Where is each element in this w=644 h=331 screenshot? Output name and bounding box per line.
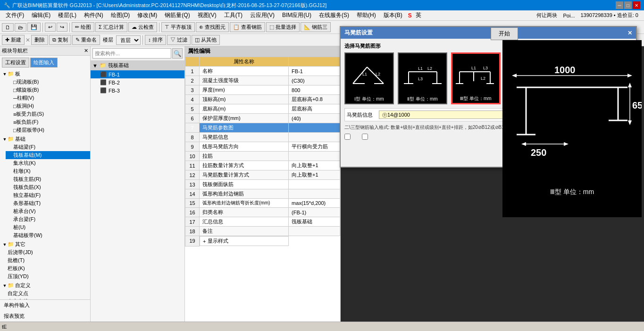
sidebar-item-fabanfj[interactable]: 筏板负筋(X) [6, 183, 90, 191]
sidebar-item-lanban[interactable]: 栏板(K) [6, 264, 90, 272]
shape-type2[interactable]: L1 L2 L3 Ⅱ型 单位：mm [398, 52, 447, 104]
cloud-check-btn[interactable]: ☁ 云检查 [128, 22, 157, 32]
report-preview[interactable]: 报表预览 [0, 311, 90, 322]
menu-edit[interactable]: 编辑(E) [28, 10, 54, 20]
align-top-btn[interactable]: ⊤ 平齐板顶 [161, 22, 195, 32]
menu-view[interactable]: 视图(V) [194, 10, 220, 20]
row-value[interactable]: FB-1 [289, 67, 340, 76]
sidebar-item-banslj[interactable]: ≡ 板受力筋(S) [6, 110, 90, 118]
sidebar-item-dljj[interactable]: 独立基础(F) [6, 191, 90, 199]
undo-btn[interactable]: ↩ [45, 23, 56, 32]
row-value[interactable]: (FB-1) [289, 208, 340, 217]
construction-item-fb1[interactable]: ⬛ FB-1 [91, 70, 184, 78]
delete-component-btn[interactable]: 删除 [31, 35, 48, 45]
menu-bim[interactable]: BIM应用(U) [278, 10, 315, 20]
batch-select-btn[interactable]: ⬚ 批量选择 [266, 22, 300, 32]
row-value[interactable]: 平行横向受力筋 [289, 142, 340, 152]
sidebar-item-ctl[interactable]: 承台梁(F) [6, 215, 90, 223]
sidebar-item-bandong[interactable]: □ 板洞(H) [6, 102, 90, 110]
from-other-btn[interactable]: ◫ 从其他 [192, 35, 220, 45]
sidebar-item-txjj[interactable]: 条形基础(T) [6, 199, 90, 207]
sidebar-item-jsk[interactable]: 集水坑(K) [6, 159, 90, 167]
row-value[interactable]: 800 [289, 85, 340, 95]
checkbox-2[interactable] [362, 134, 368, 140]
row-value[interactable]: 向上取整+1 [289, 170, 340, 180]
sidebar-item-pile[interactable]: 桩(U) [6, 223, 90, 231]
menu-online[interactable]: 在线服务(S) [315, 10, 353, 20]
menu-draw[interactable]: 绘图(D) [107, 10, 134, 20]
find-btn[interactable]: ⊕ 查找图元 [196, 22, 229, 32]
nav-draw-input[interactable]: 绘图输入 [30, 58, 58, 68]
row-value[interactable] [289, 189, 340, 199]
menu-floor[interactable]: 楼层(L) [54, 10, 80, 20]
steel3-btn[interactable]: 📐 钢筋三 [301, 22, 331, 32]
row-value[interactable] [289, 180, 340, 189]
row-value[interactable] [289, 123, 340, 133]
menu-eng[interactable]: 英 [412, 10, 425, 20]
menu-cloud[interactable]: 云应用(V) [246, 10, 278, 20]
row-value[interactable]: 筏板基础 [289, 217, 340, 227]
sidebar-close-icon[interactable]: ✕ [84, 48, 88, 54]
rename-component-btn[interactable]: ✎ 重命名 [72, 35, 100, 45]
menu-component[interactable]: 构件(N) [80, 10, 107, 20]
sidebar-item-lcbd[interactable]: □ 楼层板带(H) [6, 126, 90, 134]
sort-btn[interactable]: ↕ 排序 [145, 35, 166, 45]
minimize-button[interactable]: ─ [616, 1, 623, 9]
calc-btn[interactable]: Σ 汇总计算 [95, 22, 127, 32]
row-value[interactable] [289, 133, 340, 142]
checkbox-1[interactable] [344, 134, 351, 140]
copy-component-btn[interactable]: ⧉ 复制 [49, 35, 71, 45]
save-btn[interactable]: 💾 [27, 23, 41, 32]
search-button[interactable]: 🔍 [172, 48, 183, 59]
nav-project-settings[interactable]: 工程设置 [2, 58, 29, 68]
sidebar-item-zhuma[interactable]: ─ 柱帽(V) [6, 94, 90, 102]
shape-type1[interactable]: L1 L2 √ Ⅰ型 单位：mm [344, 52, 394, 104]
sidebar-item-luoxuanban[interactable]: □ 螺旋板(B) [6, 86, 90, 94]
filter-btn[interactable]: ▽ 过滤 [167, 35, 191, 45]
floor-select[interactable]: 首层 [116, 35, 141, 45]
construction-item-fb3[interactable]: ⬛ FB-3 [91, 86, 184, 94]
sidebar-item-jcbd[interactable]: 基础板带(W) [6, 231, 90, 239]
row-value[interactable]: (40) [289, 114, 340, 123]
menu-steel[interactable]: 钢筋量(Q) [161, 10, 193, 20]
sidebar-item-zhudun[interactable]: 柱墩(X) [6, 167, 90, 175]
tree-foundation-label[interactable]: ▼ 📁 基础 [0, 135, 90, 143]
menu-modify[interactable]: 修改(M) [134, 10, 161, 20]
row-value[interactable]: max(15*d,200) [289, 199, 340, 208]
tree-other-label[interactable]: ▼ 📁 其它 [0, 240, 90, 248]
prop-row-7[interactable]: 7马凳筋参数图 [185, 123, 340, 133]
row-value[interactable] [289, 152, 340, 161]
view-steel-btn[interactable]: 📋 查看钢筋 [230, 22, 265, 32]
sidebar-item-fabanjj[interactable]: 筏板基础(M) [6, 151, 90, 159]
sidebar-item-fabanzj[interactable]: 筏板主筋(R) [6, 175, 90, 183]
menu-tool[interactable]: 工具(T) [220, 10, 246, 20]
new-component-btn[interactable]: ✚ 新建 [2, 35, 25, 45]
sidebar-item-custom-point[interactable]: 自定义点 [6, 289, 90, 297]
maximize-button[interactable]: □ [624, 1, 632, 9]
construction-root[interactable]: ▼ 📁 筏板基础 [92, 62, 183, 69]
single-component-input[interactable]: 单构件输入 [0, 300, 90, 311]
search-input[interactable] [92, 48, 171, 59]
shape-type3[interactable]: L1 L3 L2 Ⅲ型 单位：mm [451, 52, 501, 104]
row-value[interactable]: 向上取整+1 [289, 161, 340, 170]
menu-file[interactable]: 文件(F) [2, 10, 28, 20]
sidebar-item-banfj[interactable]: ≡ 板负筋(F) [6, 118, 90, 126]
sidebar-item-jichuljia[interactable]: 基础梁(F) [6, 143, 90, 151]
row-value[interactable]: (C30) [289, 76, 340, 85]
open-btn[interactable]: 🗁 [15, 23, 26, 32]
close-button[interactable]: ✕ [633, 1, 640, 9]
sidebar-item-zct[interactable]: 桩承台(V) [6, 207, 90, 215]
row-value[interactable] [289, 227, 340, 236]
construction-item-fb2[interactable]: ⬛ FB-2 [91, 78, 184, 86]
menu-version[interactable]: 版本(B) [380, 10, 406, 20]
tree-plate-label[interactable]: ▼ 📁 板 [0, 70, 90, 78]
sidebar-item-xiangjuban[interactable]: □ 现浇板(B) [6, 78, 90, 86]
row-value[interactable]: 层底标高+0.8 [289, 95, 340, 104]
dialog-close-icon[interactable]: ✕ [627, 30, 632, 36]
new-file-btn[interactable]: 🗋 [2, 23, 14, 32]
tree-custom-label[interactable]: ▼ 📁 自定义 [0, 281, 90, 289]
row-value[interactable]: 层底标高 [289, 104, 340, 114]
draw-btn[interactable]: ✏ 绘图 [72, 22, 94, 32]
sidebar-item-piya[interactable]: 批檐(T) [6, 256, 90, 264]
sidebar-item-yd[interactable]: 压顶(YD) [6, 272, 90, 280]
